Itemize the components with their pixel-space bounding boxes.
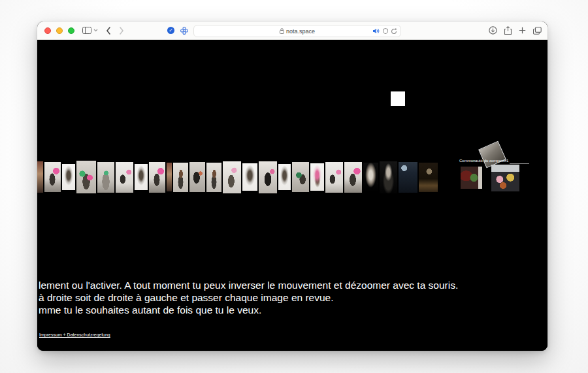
privacy-shield-icon[interactable] xyxy=(383,28,388,34)
desktop-background: ✓ nota.space xyxy=(0,0,588,373)
share-button[interactable] xyxy=(504,26,512,35)
lock-icon xyxy=(280,28,284,34)
filmstrip-thumbnail[interactable] xyxy=(259,161,277,193)
cluster-label[interactable]: Communauté du compost#1 xyxy=(459,159,508,163)
browser-toolbar: ✓ nota.space xyxy=(37,22,547,40)
forward-icon xyxy=(119,27,124,35)
address-bar[interactable]: nota.space xyxy=(193,25,401,37)
audio-speaker-icon[interactable] xyxy=(373,28,380,34)
filmstrip-thumbnail[interactable] xyxy=(62,164,75,190)
filmstrip-thumbnail[interactable] xyxy=(399,162,417,193)
forward-button[interactable] xyxy=(119,27,124,35)
filmstrip-thumbnail[interactable] xyxy=(223,161,241,193)
filmstrip-thumbnail[interactable] xyxy=(310,163,324,191)
filmstrip-thumbnail[interactable] xyxy=(189,162,205,192)
share-icon xyxy=(504,26,512,35)
paragraph-line: lement ou l'activer. A tout moment tu pe… xyxy=(39,279,458,291)
filmstrip-thumbnail[interactable] xyxy=(135,164,148,190)
cluster-thumbnail-right[interactable] xyxy=(491,165,519,191)
tab-overview-icon xyxy=(533,27,542,35)
filmstrip-thumbnail[interactable] xyxy=(292,162,309,192)
toolbar-right-buttons xyxy=(489,26,542,35)
filmstrip-thumbnail[interactable] xyxy=(419,163,438,192)
window-controls xyxy=(44,27,74,34)
url-text: nota.space xyxy=(286,28,315,35)
reload-icon[interactable] xyxy=(391,28,397,35)
impressum-link[interactable]: Impressum + Datenschutzregelung xyxy=(39,332,110,337)
filmstrip-thumbnail[interactable] xyxy=(242,163,257,191)
filmstrip-thumbnail[interactable] xyxy=(363,163,378,192)
sidebar-toggle-button[interactable] xyxy=(82,27,91,34)
paragraph-line: mme tu le souhaites autant de fois que t… xyxy=(39,304,458,316)
webpage-content: Communauté du compost#1 lement ou l'acti… xyxy=(37,40,547,351)
browser-window: ✓ nota.space xyxy=(37,22,547,351)
sidebar-icon xyxy=(82,27,91,34)
fullscreen-window-button[interactable] xyxy=(68,27,74,34)
paragraph-line: à droite soit de droite à gauche et pass… xyxy=(39,291,458,304)
downloads-icon xyxy=(489,26,497,35)
new-tab-button[interactable] xyxy=(519,27,526,34)
back-button[interactable] xyxy=(106,27,111,35)
new-tab-icon xyxy=(519,27,526,34)
filmstrip-thumbnail[interactable] xyxy=(206,163,221,192)
extension-buttons: ✓ xyxy=(167,27,188,35)
filmstrip-thumbnail[interactable] xyxy=(325,162,343,193)
check-badge-extension-button[interactable]: ✓ xyxy=(167,27,174,34)
cluster-label-underline xyxy=(510,163,529,164)
filmstrip-thumbnail[interactable] xyxy=(380,161,397,193)
filmstrip-thumbnail[interactable] xyxy=(76,161,96,193)
close-window-button[interactable] xyxy=(44,27,51,34)
filmstrip-thumbnail[interactable] xyxy=(167,163,172,191)
filmstrip-thumbnail[interactable] xyxy=(149,162,165,193)
zoom-target-square[interactable] xyxy=(391,91,405,106)
chevron-down-icon[interactable] xyxy=(93,29,98,32)
flower-extension-button[interactable] xyxy=(180,27,188,35)
filmstrip-thumbnail[interactable] xyxy=(116,162,133,193)
filmstrip-thumbnail[interactable] xyxy=(344,162,362,193)
filmstrip-thumbnail[interactable] xyxy=(37,161,43,193)
back-icon xyxy=(106,27,111,35)
filmstrip-thumbnail[interactable] xyxy=(173,163,188,192)
extension-flower-icon xyxy=(180,27,188,35)
downloads-button[interactable] xyxy=(489,26,497,35)
filmstrip-thumbnail[interactable] xyxy=(97,162,114,193)
filmstrip-thumbnail[interactable] xyxy=(278,164,291,190)
minimize-window-button[interactable] xyxy=(56,27,63,34)
tab-overview-button[interactable] xyxy=(533,27,542,35)
filmstrip-thumbnail[interactable] xyxy=(44,162,61,192)
instructions-paragraph: lement ou l'activer. A tout moment tu pe… xyxy=(39,279,458,316)
check-badge-icon: ✓ xyxy=(167,27,174,34)
filmstrip xyxy=(37,161,438,193)
cluster-thumbnail-left[interactable] xyxy=(461,167,482,189)
address-bar-icons xyxy=(373,25,397,37)
